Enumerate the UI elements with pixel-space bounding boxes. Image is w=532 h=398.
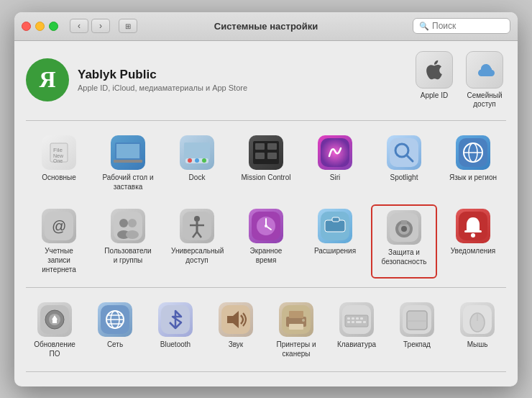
security-item[interactable]: Защита и безопасность bbox=[371, 204, 437, 279]
bluetooth-label: Bluetooth bbox=[160, 340, 191, 349]
extensions-icon bbox=[318, 209, 352, 243]
users-svg bbox=[114, 212, 142, 240]
family-icon-item[interactable]: Семейный доступ bbox=[463, 51, 506, 109]
timemachine-item[interactable]: Time Machine bbox=[371, 382, 437, 386]
printers-item[interactable]: Принтеры и сканеры bbox=[267, 298, 325, 363]
mission-label: Mission Control bbox=[242, 173, 291, 182]
startup-item[interactable]: Загрузочный диск bbox=[440, 382, 506, 386]
desktop-svg bbox=[114, 140, 142, 166]
desktop-label: Рабочий стол и заставка bbox=[102, 173, 154, 191]
printers-label: Принтеры и сканеры bbox=[270, 340, 322, 358]
access-item[interactable]: Универсальный доступ bbox=[164, 204, 230, 279]
top-icons: Apple ID Семейный доступ bbox=[413, 51, 506, 109]
svg-point-9 bbox=[188, 158, 192, 163]
trackpad-icon bbox=[400, 302, 434, 337]
software-label: Обновление ПО bbox=[29, 340, 81, 358]
svg-rect-48 bbox=[401, 220, 407, 225]
search-icon: 🔍 bbox=[419, 22, 429, 31]
minimize-button[interactable] bbox=[35, 22, 45, 31]
mission-item[interactable]: Mission Control bbox=[233, 131, 299, 196]
lang-svg bbox=[459, 138, 487, 167]
search-input[interactable] bbox=[432, 21, 504, 31]
bluetooth-svg bbox=[161, 305, 190, 334]
access2-item[interactable]: ! Общий доступ bbox=[302, 382, 368, 386]
accounts-icon: @ bbox=[42, 209, 76, 243]
svg-rect-18 bbox=[390, 138, 418, 167]
notif-label: Уведомления bbox=[451, 246, 496, 255]
svg-rect-78 bbox=[356, 321, 362, 323]
dock-svg bbox=[183, 140, 211, 166]
svg-text:@: @ bbox=[52, 218, 66, 234]
sound-item[interactable]: Звук bbox=[207, 298, 265, 363]
network-label: Сеть bbox=[107, 340, 123, 349]
network-svg bbox=[101, 305, 129, 334]
siri-item[interactable]: Siri bbox=[302, 131, 368, 196]
svg-rect-76 bbox=[347, 321, 350, 323]
svg-point-10 bbox=[195, 158, 199, 163]
svg-rect-72 bbox=[347, 317, 350, 320]
svg-point-29 bbox=[128, 219, 137, 227]
network-item[interactable]: Сеть bbox=[86, 298, 144, 363]
network-icon bbox=[98, 302, 132, 337]
dock-icon bbox=[180, 135, 214, 170]
svg-text:New: New bbox=[53, 153, 64, 158]
accounts-label: Учетные записи интернета bbox=[33, 246, 85, 274]
desktop-item[interactable]: Рабочий стол и заставка bbox=[95, 131, 161, 196]
dock-label: Dock bbox=[189, 173, 206, 182]
trackpad-item[interactable]: Трекпад bbox=[388, 298, 446, 363]
maximize-button[interactable] bbox=[49, 22, 58, 31]
accounts-item[interactable]: @ Учетные записи интернета bbox=[26, 204, 92, 279]
back-button[interactable]: ‹ bbox=[70, 19, 88, 33]
users-label: Пользователи и группы bbox=[102, 246, 154, 265]
users-item[interactable]: Пользователи и группы bbox=[95, 204, 161, 279]
svg-point-40 bbox=[265, 225, 267, 227]
dock-item[interactable]: Dock bbox=[164, 131, 230, 196]
sidecar-item[interactable]: Sidecar bbox=[95, 382, 161, 386]
monitors-item[interactable]: Мониторы bbox=[26, 382, 92, 386]
software-svg bbox=[40, 305, 69, 334]
window-title: Системные настройки bbox=[214, 21, 318, 32]
svg-point-47 bbox=[401, 226, 407, 232]
family-cloud-icon bbox=[473, 60, 496, 80]
close-button[interactable] bbox=[22, 22, 31, 31]
osnovy-item[interactable]: File New One Основные bbox=[26, 131, 92, 196]
svg-rect-16 bbox=[267, 153, 277, 159]
security-svg bbox=[390, 213, 418, 242]
svg-rect-79 bbox=[363, 321, 366, 323]
lang-item[interactable]: Язык и регион bbox=[440, 131, 506, 196]
notif-item[interactable]: Уведомления bbox=[440, 204, 506, 279]
printers-svg bbox=[282, 305, 311, 334]
svg-point-33 bbox=[194, 216, 200, 222]
extensions-svg bbox=[321, 212, 349, 240]
extensions-item[interactable]: Расширения bbox=[302, 204, 368, 279]
spotlight-svg bbox=[390, 138, 418, 167]
software-item[interactable]: Обновление ПО bbox=[26, 298, 83, 363]
notif-icon bbox=[456, 209, 490, 243]
datetime-item[interactable]: 18 Дата и время bbox=[233, 382, 299, 386]
siri-svg bbox=[321, 138, 349, 167]
trackpad-label: Трекпад bbox=[403, 340, 431, 349]
svg-rect-14 bbox=[267, 143, 277, 150]
mission-svg bbox=[252, 140, 280, 166]
icon-row-1: File New One Основные Рабочий стол и зас bbox=[26, 131, 506, 196]
svg-rect-74 bbox=[356, 317, 359, 320]
spotlight-label: Spotlight bbox=[390, 173, 418, 182]
profile-info: Yablyk Public Apple ID, iCloud, медиамат… bbox=[78, 68, 413, 92]
keyboard-item[interactable]: Клавиатура bbox=[328, 298, 385, 363]
users-icon bbox=[111, 209, 145, 243]
screen-time-label: Экранное время bbox=[240, 246, 292, 265]
screen-time-item[interactable]: Экранное время bbox=[233, 204, 299, 279]
notif-svg bbox=[459, 212, 487, 240]
access-svg bbox=[183, 212, 211, 240]
bluetooth-item[interactable]: Bluetooth bbox=[147, 298, 204, 363]
security-label: Защита и безопасность bbox=[378, 248, 430, 266]
energy-item[interactable]: Экономия энергии bbox=[164, 382, 230, 386]
search-box[interactable]: 🔍 bbox=[413, 18, 510, 34]
mouse-svg bbox=[463, 305, 492, 334]
grid-view-button[interactable]: ⊞ bbox=[119, 19, 137, 33]
apple-id-label: Apple ID bbox=[421, 91, 448, 100]
spotlight-item[interactable]: Spotlight bbox=[371, 131, 437, 196]
forward-button[interactable]: › bbox=[91, 19, 110, 33]
mouse-item[interactable]: Мышь bbox=[449, 298, 506, 363]
apple-id-icon-item[interactable]: Apple ID bbox=[413, 51, 456, 109]
